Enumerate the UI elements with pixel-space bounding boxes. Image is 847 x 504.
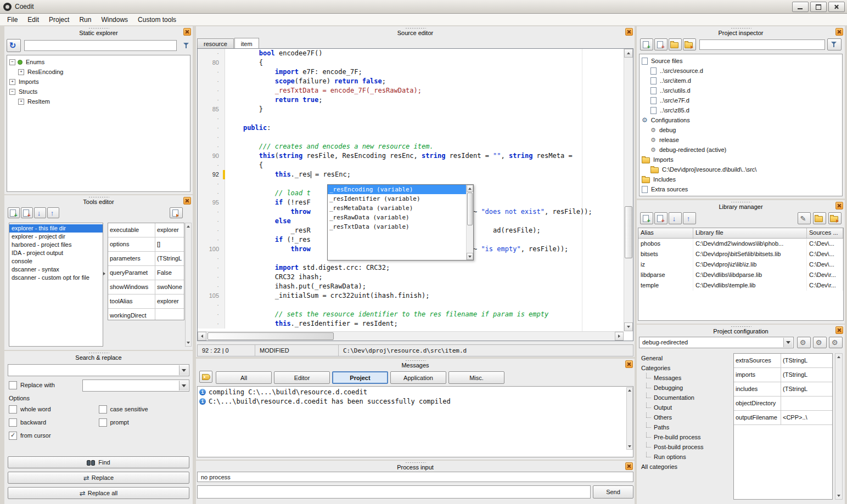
category-item[interactable]: All categories bbox=[639, 462, 728, 472]
code-line[interactable]: · scope(failure) return false; bbox=[198, 77, 624, 86]
category-item[interactable]: General bbox=[639, 353, 728, 363]
property-row[interactable]: executableexplorer bbox=[108, 223, 184, 237]
tree-item[interactable]: ..\src\e7F.d bbox=[640, 95, 842, 105]
tree-item[interactable]: ..\src\item.d bbox=[640, 76, 842, 86]
code-line[interactable]: · /// creates and encodes a new resource… bbox=[198, 142, 624, 151]
checkbox[interactable] bbox=[9, 405, 17, 414]
tree-item[interactable]: Source files bbox=[640, 56, 842, 66]
expand-icon[interactable] bbox=[18, 69, 24, 75]
code-line[interactable]: · _resTxtData = encode_7F(_resRawData); bbox=[198, 86, 624, 95]
tree-item[interactable]: Imports bbox=[640, 155, 842, 165]
collapse-icon[interactable] bbox=[9, 89, 15, 95]
completion-item[interactable]: _resRawData (variable) bbox=[328, 213, 466, 222]
panel-close-icon[interactable] bbox=[183, 197, 191, 205]
column-header[interactable]: Library file bbox=[693, 228, 807, 238]
scroll-up-icon[interactable] bbox=[467, 185, 473, 192]
completion-item[interactable]: _resMetaData (variable) bbox=[328, 203, 466, 213]
code-line[interactable]: · bbox=[198, 133, 624, 142]
code-line[interactable]: · return true; bbox=[198, 95, 624, 105]
panel-close-icon[interactable] bbox=[835, 202, 843, 209]
category-item[interactable]: Categories bbox=[639, 363, 728, 373]
tree-item[interactable]: debug bbox=[640, 125, 842, 135]
category-item[interactable]: Post-build process bbox=[639, 442, 728, 452]
scroll-up-icon[interactable] bbox=[624, 49, 633, 58]
code-line[interactable]: · public: bbox=[198, 123, 624, 133]
code-line[interactable]: · { bbox=[198, 161, 624, 170]
tree-item[interactable]: Imports bbox=[7, 77, 190, 87]
filter-icon[interactable] bbox=[183, 42, 190, 49]
symbol-filter-input[interactable] bbox=[24, 40, 177, 51]
replace-term-input[interactable] bbox=[83, 380, 180, 390]
list-item[interactable]: dscanner - custom opt for file bbox=[9, 274, 103, 282]
property-row[interactable]: objectDirectory bbox=[734, 397, 832, 411]
checkbox-from-cursor[interactable]: from cursor bbox=[9, 429, 99, 442]
tree-item[interactable]: Configurations bbox=[640, 115, 842, 125]
category-item[interactable]: Debugging bbox=[639, 383, 728, 393]
list-item[interactable]: explorer - project dir bbox=[9, 233, 103, 241]
tree-item[interactable]: Enums bbox=[7, 57, 190, 67]
remove-tool-button[interactable] bbox=[21, 207, 33, 218]
scroll-down-icon[interactable] bbox=[467, 253, 473, 260]
splitter-icon[interactable] bbox=[103, 272, 105, 275]
sync-configuration-button[interactable] bbox=[829, 337, 843, 348]
message-row[interactable]: compiling C:\...\build\resource.d.coedit bbox=[198, 388, 633, 397]
filter-misc[interactable]: Misc. bbox=[448, 371, 504, 384]
remove-library-button[interactable] bbox=[654, 212, 667, 224]
property-row[interactable]: queryParametFalse bbox=[108, 266, 184, 280]
property-value[interactable]: (TStringL bbox=[781, 382, 832, 396]
list-item[interactable]: harbored - project files bbox=[9, 241, 103, 249]
tab-item[interactable]: item bbox=[234, 38, 259, 48]
completion-item[interactable]: _resTxtData (variable) bbox=[328, 222, 466, 231]
menu-custom-tools[interactable]: Custom tools bbox=[133, 14, 181, 25]
scroll-right-icon[interactable] bbox=[615, 332, 624, 341]
property-row[interactable]: imports(TStringL bbox=[734, 368, 832, 382]
property-value[interactable]: swoNone bbox=[155, 280, 184, 294]
tree-item[interactable]: ResEncoding bbox=[7, 67, 190, 77]
code-line[interactable]: · this._resIdentifier = resIdent; bbox=[198, 319, 624, 329]
add-library-button[interactable] bbox=[640, 212, 653, 224]
property-row[interactable]: extraSources(TStringL bbox=[734, 354, 832, 368]
tree-item[interactable]: ..\src\resource.d bbox=[640, 66, 842, 76]
scroll-down-icon[interactable] bbox=[187, 342, 190, 344]
filter-project[interactable]: Project bbox=[332, 371, 388, 384]
replace-with-checkbox[interactable]: Replace with bbox=[9, 378, 55, 392]
tree-item[interactable]: C:\Dev\dproj\resource.d\build\..\src\ bbox=[640, 165, 842, 174]
tree-item[interactable]: release bbox=[640, 135, 842, 145]
edit-library-button[interactable] bbox=[798, 212, 811, 224]
property-row[interactable]: toolAliasexplorer bbox=[108, 295, 184, 309]
message-row[interactable]: C:\...\build\resource.d.coedit has been … bbox=[198, 397, 633, 406]
library-open-folder-button[interactable] bbox=[828, 212, 842, 224]
code-line[interactable]: · CRC32 ihash; bbox=[198, 273, 624, 282]
checkbox-whole-word[interactable]: whole word bbox=[9, 403, 99, 416]
move-down-button[interactable] bbox=[34, 207, 46, 218]
move-up-button[interactable] bbox=[47, 207, 59, 218]
inspector-filter-input[interactable] bbox=[699, 39, 825, 50]
editor-horizontal-scrollbar[interactable] bbox=[198, 331, 624, 341]
editor-vertical-scrollbar[interactable] bbox=[624, 49, 633, 331]
tree-item[interactable]: ResItem bbox=[7, 97, 190, 106]
scrollbar-thumb[interactable] bbox=[467, 192, 473, 225]
filter-all[interactable]: All bbox=[216, 371, 272, 384]
code-line[interactable]: 90 this(string resFile, ResEncoding resE… bbox=[198, 151, 624, 161]
table-row[interactable]: templeC:\Dev\dlibs\temple.libC:\Dev\r... bbox=[638, 280, 843, 291]
tab-resource[interactable]: resource bbox=[197, 38, 234, 48]
tree-item[interactable]: Extra sources bbox=[640, 184, 842, 194]
property-value[interactable]: <CPP>..\ bbox=[781, 411, 832, 424]
checkbox[interactable] bbox=[99, 405, 107, 414]
checkbox-backward[interactable]: backward bbox=[9, 416, 99, 429]
send-button[interactable]: Send bbox=[593, 485, 633, 499]
checkbox[interactable] bbox=[9, 432, 17, 440]
find-button[interactable]: Find bbox=[8, 456, 189, 468]
menu-run[interactable]: Run bbox=[74, 14, 96, 25]
property-row[interactable]: parameters(TStringL bbox=[108, 252, 184, 266]
configuration-scrollbar[interactable] bbox=[835, 353, 843, 500]
tree-item[interactable]: Structs bbox=[7, 87, 190, 97]
open-folder-button[interactable] bbox=[683, 38, 696, 50]
refresh-button[interactable] bbox=[7, 39, 21, 52]
category-item[interactable]: Output bbox=[639, 403, 728, 412]
checkbox-case-sensitive[interactable]: case sensitive bbox=[99, 403, 189, 416]
code-line[interactable]: · bbox=[198, 301, 624, 310]
table-row[interactable]: phobosC:\Dev\dmd2\windows\lib\phob...C:\… bbox=[638, 239, 843, 249]
vertical-scrollbar[interactable] bbox=[185, 223, 192, 347]
list-item[interactable]: dscanner - syntax bbox=[9, 265, 103, 274]
